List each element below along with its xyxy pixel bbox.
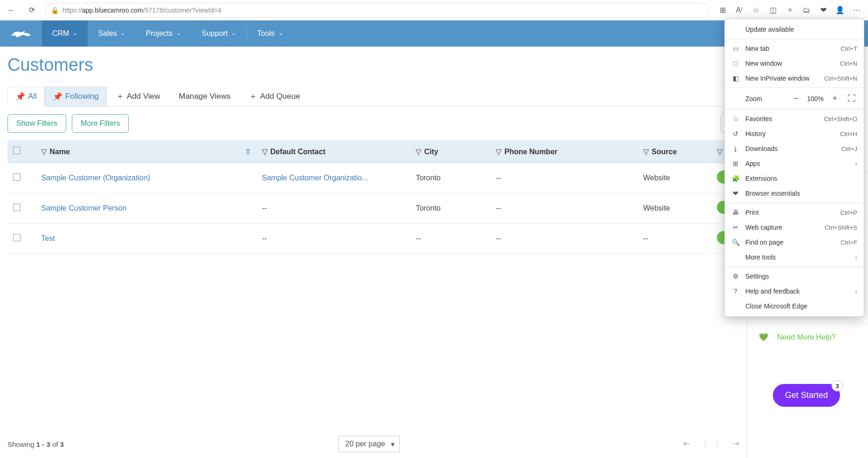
- collections-icon[interactable]: 🗂: [799, 3, 814, 18]
- show-filters-button[interactable]: Show Filters: [7, 114, 66, 133]
- sort-asc-icon[interactable]: ⇧: [245, 147, 251, 156]
- favorites-bar-icon[interactable]: ✧: [782, 3, 797, 18]
- nav-tools[interactable]: Tools: [247, 21, 293, 47]
- row-checkbox[interactable]: [13, 173, 21, 181]
- profile-icon[interactable]: 👤: [833, 3, 847, 18]
- ctx-item-icon: ⭳: [731, 145, 740, 152]
- nav-sales[interactable]: Sales: [88, 21, 135, 47]
- ctx-item-icon: 🧩: [731, 175, 740, 182]
- filter-icon[interactable]: ▽: [643, 148, 649, 156]
- address-bar[interactable]: 🔒 https://app.bluecamroo.com/57178/custo…: [45, 3, 709, 18]
- add-queue-button[interactable]: ＋Add Queue: [240, 86, 309, 106]
- contact-link[interactable]: Sample Customer Organizatio...: [262, 174, 368, 182]
- ctx-item-label: Extensions: [745, 175, 857, 182]
- cell-phone: --: [490, 224, 638, 254]
- manage-views-button[interactable]: Manage Views: [169, 87, 240, 106]
- ctx-item[interactable]: ❤Browser essentials: [725, 186, 864, 201]
- nav-support[interactable]: Support: [191, 21, 246, 47]
- select-all-checkbox[interactable]: [13, 147, 21, 154]
- per-page-select[interactable]: 20 per page: [338, 436, 399, 452]
- row-checkbox[interactable]: [13, 204, 21, 211]
- filter-icon[interactable]: ▽: [41, 148, 47, 156]
- ctx-item-label: New tab: [745, 45, 835, 52]
- page-last-icon[interactable]: ⇥: [732, 438, 739, 450]
- zoom-in-button[interactable]: +: [829, 94, 840, 103]
- ctx-shortcut: Ctrl+Shift+S: [825, 224, 857, 231]
- essentials-icon[interactable]: ❤: [816, 3, 831, 18]
- tab-following[interactable]: 📌Following: [45, 87, 107, 107]
- ctx-update[interactable]: Update available: [725, 22, 864, 37]
- view-tabs: 📌All 📌Following ＋Add View Manage Views ＋…: [7, 86, 739, 107]
- page-prev-icon[interactable]: 〈: [699, 438, 707, 450]
- ctx-shortcut: Ctrl+H: [840, 130, 857, 137]
- filter-icon[interactable]: ▽: [416, 148, 421, 156]
- read-aloud-icon[interactable]: A⁾: [732, 3, 747, 18]
- get-started-badge: 3: [832, 380, 843, 391]
- ctx-item[interactable]: 🧩Extensions: [725, 171, 864, 186]
- ctx-item[interactable]: ⭳DownloadsCtrl+J: [725, 141, 864, 156]
- ctx-zoom-row: Zoom−100%+⛶: [725, 90, 864, 107]
- pager: ⇤ 〈 〉 ⇥: [683, 438, 739, 450]
- split-screen-icon[interactable]: ◫: [765, 3, 780, 18]
- back-button[interactable]: ←: [4, 3, 19, 18]
- more-filters-button[interactable]: More Filters: [72, 114, 129, 133]
- col-name[interactable]: Name: [49, 148, 70, 156]
- nav-crm[interactable]: CRM: [42, 21, 88, 47]
- more-menu-button[interactable]: ⋯: [849, 3, 864, 18]
- filter-icon[interactable]: ▽: [717, 148, 722, 156]
- nav-projects[interactable]: Projects: [135, 21, 191, 47]
- zoom-out-button[interactable]: −: [790, 94, 801, 103]
- customer-link[interactable]: Sample Customer Person: [41, 204, 126, 212]
- ctx-shortcut: Ctrl+Shift+N: [824, 75, 857, 82]
- ctx-item[interactable]: 🔍Find on pageCtrl+F: [725, 235, 864, 250]
- plus-icon: ＋: [116, 91, 124, 102]
- ctx-item[interactable]: Close Microsoft Edge: [725, 299, 864, 314]
- col-default-contact[interactable]: Default Contact: [271, 148, 326, 156]
- ctx-item[interactable]: ?Help and feedback›: [725, 284, 864, 299]
- ctx-item-icon: ❤: [731, 190, 740, 197]
- ctx-item[interactable]: ☆FavoritesCtrl+Shift+O: [725, 111, 864, 126]
- app-logo[interactable]: [0, 21, 42, 47]
- ctx-item[interactable]: ⚙Settings: [725, 269, 864, 284]
- tab-all[interactable]: 📌All: [7, 87, 45, 107]
- cell-phone: --: [490, 193, 638, 224]
- ctx-item-label: Help and feedback: [745, 287, 849, 295]
- ctx-item[interactable]: More tools›: [725, 250, 864, 265]
- col-phone[interactable]: Phone Number: [504, 148, 557, 156]
- fullscreen-icon[interactable]: ⛶: [846, 94, 857, 103]
- cell-phone: --: [490, 163, 638, 193]
- cell-source: Website: [638, 193, 711, 224]
- refresh-button[interactable]: ⟳: [24, 3, 39, 18]
- extensions-icon[interactable]: ⊞: [715, 3, 730, 18]
- ctx-item-label: Settings: [745, 273, 857, 280]
- ctx-item[interactable]: ▭New tabCtrl+T: [725, 41, 864, 56]
- page-first-icon[interactable]: ⇤: [683, 438, 690, 450]
- ctx-item[interactable]: ⊞Apps›: [725, 156, 864, 171]
- ctx-item-icon: ✂: [731, 224, 740, 231]
- cell-source: --: [638, 224, 711, 254]
- filter-icon[interactable]: ▽: [262, 148, 268, 156]
- ctx-item[interactable]: ✂Web captureCtrl+Shift+S: [725, 220, 864, 235]
- ctx-item[interactable]: 🖶PrintCtrl+P: [725, 205, 864, 220]
- ctx-item[interactable]: □New windowCtrl+N: [725, 56, 864, 71]
- filter-icon[interactable]: ▽: [496, 148, 501, 156]
- customer-link[interactable]: Test: [41, 234, 55, 242]
- ctx-shortcut: Ctrl+J: [841, 145, 857, 152]
- showing-text: Showing 1 - 3 of 3: [7, 440, 64, 448]
- ctx-item-label: More tools: [745, 253, 849, 261]
- ctx-item[interactable]: ↺HistoryCtrl+H: [725, 126, 864, 141]
- add-view-button[interactable]: ＋Add View: [107, 86, 170, 106]
- page-next-icon[interactable]: 〉: [715, 438, 724, 450]
- col-city[interactable]: City: [424, 148, 438, 156]
- ctx-shortcut: Ctrl+F: [840, 239, 857, 246]
- col-source[interactable]: Source: [652, 148, 677, 156]
- get-started-button[interactable]: Get Started 3: [773, 384, 840, 407]
- row-checkbox[interactable]: [13, 234, 21, 241]
- browser-toolbar: ← ⟳ 🔒 https://app.bluecamroo.com/57178/c…: [0, 0, 868, 21]
- favorite-star-icon[interactable]: ☆: [749, 3, 764, 18]
- ctx-item[interactable]: ◧New InPrivate windowCtrl+Shift+N: [725, 71, 864, 86]
- rp-item[interactable]: 💚Need More Help?: [747, 327, 868, 347]
- customer-link[interactable]: Sample Customer (Organization): [41, 174, 150, 182]
- cell-city: Toronto: [410, 163, 490, 193]
- browser-context-menu: Update available ▭New tabCtrl+T□New wind…: [724, 19, 864, 317]
